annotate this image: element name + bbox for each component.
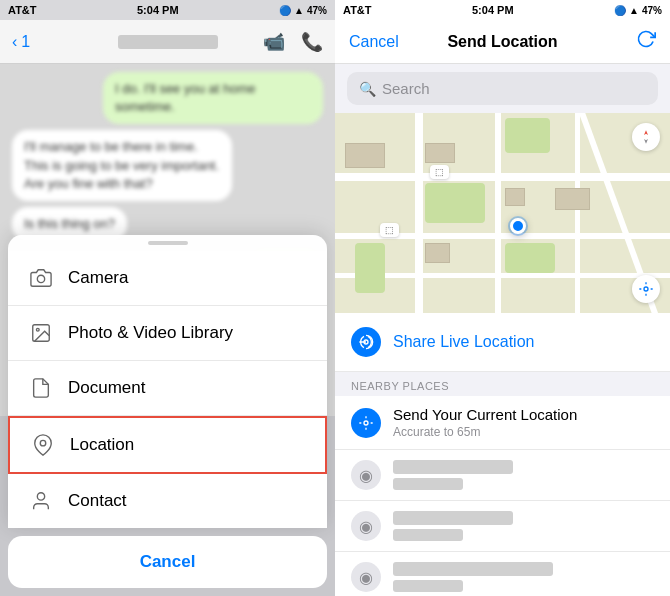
- action-item-contact[interactable]: Contact: [8, 474, 327, 528]
- left-time: 5:04 PM: [137, 4, 179, 16]
- search-container: 🔍 Search: [335, 64, 670, 113]
- location-label: Location: [70, 435, 134, 455]
- location-sub-3: [393, 529, 463, 541]
- left-panel: AT&T 5:04 PM 🔵 ▲ 47% ‹ 1 📹 📞 I do. I'll …: [0, 0, 335, 596]
- svg-point-9: [364, 421, 368, 425]
- svg-marker-6: [644, 139, 648, 144]
- right-time: 5:04 PM: [472, 4, 514, 16]
- map-building: [505, 188, 525, 206]
- phone-icon[interactable]: 📞: [301, 31, 323, 53]
- map-park: [355, 243, 385, 293]
- message-bubble: I do. I'll see you at home sometime.: [103, 72, 323, 124]
- map-park: [425, 183, 485, 223]
- video-icon[interactable]: 📹: [263, 31, 285, 53]
- map-building: [555, 188, 590, 210]
- map-building: [425, 143, 455, 163]
- location-row-4[interactable]: ◉: [335, 552, 670, 596]
- map-area: ⬚ ⬚: [335, 113, 670, 313]
- left-nav-title: [118, 35, 218, 49]
- cancel-label: Cancel: [140, 552, 196, 571]
- share-live-location-row[interactable]: Share Live Location: [335, 313, 670, 372]
- message-bubble: I'll manage to be there in time. This is…: [12, 130, 232, 201]
- location-text-3: [393, 511, 654, 541]
- location-row-2[interactable]: ◉: [335, 450, 670, 501]
- svg-marker-5: [644, 130, 648, 135]
- right-status-icons: 🔵 ▲ 47%: [614, 5, 662, 16]
- map-compass[interactable]: [632, 123, 660, 151]
- back-button[interactable]: ‹ 1: [12, 33, 30, 51]
- map-park: [505, 243, 555, 273]
- share-live-icon: [351, 327, 381, 357]
- cancel-button[interactable]: Cancel: [8, 536, 327, 588]
- nearby-header: NEARBY PLACES: [335, 372, 670, 396]
- location-name-3: [393, 511, 513, 525]
- map-background: ⬚ ⬚: [335, 113, 670, 313]
- map-road: [335, 173, 670, 181]
- place-icon: ◉: [351, 511, 381, 541]
- map-road: [335, 273, 670, 278]
- left-nav-bar: ‹ 1 📹 📞: [0, 20, 335, 64]
- left-carrier: AT&T: [8, 4, 37, 16]
- share-live-label: Share Live Location: [393, 333, 534, 351]
- wifi-icon-right: ▲: [629, 5, 639, 16]
- bt-icon: 🔵: [279, 5, 291, 16]
- search-input[interactable]: Search: [382, 80, 430, 97]
- location-row-3[interactable]: ◉: [335, 501, 670, 552]
- battery-pct-right: 47%: [642, 5, 662, 16]
- location-name-2: [393, 460, 513, 474]
- current-location-row[interactable]: Send Your Current Location Accurate to 6…: [335, 396, 670, 450]
- document-icon: [28, 375, 54, 401]
- bt-icon-right: 🔵: [614, 5, 626, 16]
- search-bar[interactable]: 🔍 Search: [347, 72, 658, 105]
- chevron-left-icon: ‹: [12, 33, 17, 51]
- contact-label: Contact: [68, 491, 127, 511]
- map-road: [415, 113, 423, 313]
- left-status-bar: AT&T 5:04 PM 🔵 ▲ 47%: [0, 0, 335, 20]
- right-nav-bar: Cancel Send Location: [335, 20, 670, 64]
- location-text-4: [393, 562, 654, 592]
- action-item-camera[interactable]: Camera: [8, 251, 327, 306]
- photo-icon: [28, 320, 54, 346]
- left-status-icons: 🔵 ▲ 47%: [279, 5, 327, 16]
- back-label: 1: [21, 33, 30, 51]
- camera-icon: [28, 265, 54, 291]
- current-location-text: Send Your Current Location Accurate to 6…: [393, 406, 654, 439]
- map-road: [495, 113, 501, 313]
- map-building: [425, 243, 450, 263]
- map-label: ⬚: [430, 165, 449, 179]
- wifi-icon: ▲: [294, 5, 304, 16]
- map-building: [345, 143, 385, 168]
- location-text-2: [393, 460, 654, 490]
- camera-label: Camera: [68, 268, 128, 288]
- map-park: [505, 118, 550, 153]
- place-icon: ◉: [351, 562, 381, 592]
- current-location-icon: [351, 408, 381, 438]
- sheet-handle: [148, 241, 188, 245]
- user-location-dot: [510, 218, 526, 234]
- place-icon: ◉: [351, 460, 381, 490]
- current-location-name: Send Your Current Location: [393, 406, 654, 423]
- action-item-photo-video[interactable]: Photo & Video Library: [8, 306, 327, 361]
- send-location-title: Send Location: [447, 33, 557, 51]
- action-sheet: Camera Photo & Video Library: [8, 235, 327, 528]
- action-sheet-overlay: Camera Photo & Video Library: [0, 235, 335, 596]
- right-status-bar: AT&T 5:04 PM 🔵 ▲ 47%: [335, 0, 670, 20]
- action-item-document[interactable]: Document: [8, 361, 327, 416]
- right-carrier: AT&T: [343, 4, 372, 16]
- right-cancel-button[interactable]: Cancel: [349, 33, 399, 51]
- svg-point-2: [36, 328, 39, 331]
- map-label: ⬚: [380, 223, 399, 237]
- location-sub-2: [393, 478, 463, 490]
- map-road: [575, 113, 580, 313]
- location-name-4: [393, 562, 553, 576]
- svg-point-3: [40, 440, 46, 446]
- map-location-button[interactable]: [632, 275, 660, 303]
- svg-point-0: [37, 275, 44, 282]
- svg-point-4: [37, 493, 44, 500]
- refresh-button[interactable]: [636, 29, 656, 54]
- location-list: Share Live Location NEARBY PLACES Send Y…: [335, 313, 670, 596]
- action-item-location[interactable]: Location: [8, 416, 327, 474]
- contact-icon: [28, 488, 54, 514]
- current-location-sub: Accurate to 65m: [393, 425, 654, 439]
- location-icon: [30, 432, 56, 458]
